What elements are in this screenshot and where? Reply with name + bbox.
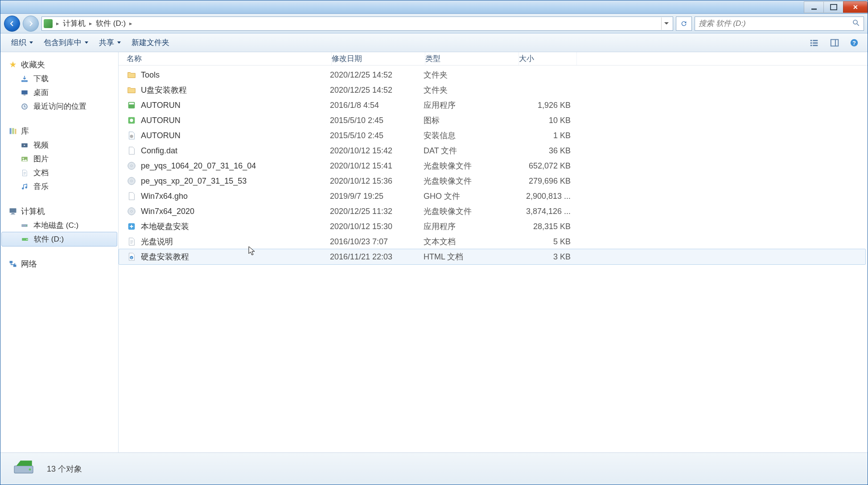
- sidebar-item-recent[interactable]: 最近访问的位置: [0, 99, 118, 113]
- refresh-button[interactable]: [676, 16, 692, 31]
- status-bar: 13 个对象: [0, 452, 868, 485]
- file-date: 2020/10/12 15:30: [330, 222, 424, 231]
- computer-header[interactable]: 计算机: [0, 204, 118, 218]
- maximize-button[interactable]: [823, 1, 843, 13]
- favorites-group: 收藏夹 下载 桌面 最近访问的位置: [0, 58, 118, 113]
- favorites-label: 收藏夹: [21, 59, 45, 70]
- svg-rect-25: [11, 214, 15, 215]
- new-folder-button[interactable]: 新建文件夹: [126, 36, 175, 49]
- sidebar-item-videos[interactable]: 视频: [0, 138, 118, 152]
- libraries-group: 库 视频 图片 文档 音乐: [0, 124, 118, 193]
- address-dropdown-toggle[interactable]: [661, 17, 671, 30]
- desktop-icon: [20, 88, 29, 97]
- share-label: 共享: [99, 37, 114, 48]
- svg-point-29: [26, 238, 27, 239]
- svg-point-42: [131, 210, 132, 212]
- favorites-header[interactable]: 收藏夹: [0, 58, 118, 72]
- breadcrumb-drive[interactable]: 软件 (D:): [94, 17, 128, 29]
- recent-icon: [20, 102, 29, 111]
- explorer-window: ▸ 计算机 ▸ 软件 (D:) ▸ 组织 包含到库中 共享 新建文件夹: [0, 0, 868, 485]
- network-group: 网络: [0, 257, 118, 271]
- sidebar-item-label: 桌面: [33, 87, 49, 98]
- window-controls: [804, 1, 868, 13]
- file-row[interactable]: Win7x64.gho2019/9/7 19:25GHO 文件2,900,813…: [119, 189, 868, 204]
- file-date: 2020/10/12 15:42: [330, 146, 424, 156]
- file-size: 1,926 KB: [517, 101, 575, 110]
- computer-group: 计算机 本地磁盘 (C:) 软件 (D:): [0, 204, 118, 247]
- sidebar-item-label: 软件 (D:): [34, 234, 64, 244]
- txt-icon: [127, 237, 136, 247]
- svg-text:e: e: [131, 256, 132, 259]
- file-row[interactable]: 光盘说明2016/10/23 7:07文本文档5 KB: [119, 234, 868, 249]
- sidebar-item-drive-c[interactable]: 本地磁盘 (C:): [0, 218, 118, 232]
- sidebar-item-downloads[interactable]: 下载: [0, 72, 118, 86]
- include-menu[interactable]: 包含到库中: [38, 36, 94, 49]
- libraries-header[interactable]: 库: [0, 124, 118, 138]
- svg-rect-4: [810, 42, 812, 44]
- sidebar-item-documents[interactable]: 文档: [0, 166, 118, 180]
- file-row[interactable]: 本地硬盘安装2020/10/12 15:30应用程序28,315 KB: [119, 219, 868, 234]
- sidebar-item-label: 文档: [33, 168, 49, 178]
- file-row[interactable]: Tools2020/12/25 14:52文件夹: [119, 67, 868, 82]
- file-date: 2015/5/10 2:45: [330, 116, 424, 125]
- minimize-button[interactable]: [804, 1, 824, 13]
- gho-icon: [127, 191, 136, 201]
- file-row[interactable]: pe_yqs_xp_20_07_31_15_532020/10/12 15:36…: [119, 173, 868, 189]
- sidebar-item-label: 图片: [33, 154, 49, 164]
- help-button[interactable]: ?: [846, 37, 862, 49]
- breadcrumb-computer[interactable]: 计算机: [61, 17, 87, 29]
- iso-icon: [127, 161, 136, 171]
- include-label: 包含到库中: [44, 37, 82, 48]
- file-row[interactable]: Config.dat2020/10/12 15:42DAT 文件36 KB: [119, 143, 868, 158]
- search-icon[interactable]: [852, 19, 860, 29]
- sidebar-item-desktop[interactable]: 桌面: [0, 86, 118, 99]
- svg-line-1: [857, 24, 859, 26]
- organize-menu[interactable]: 组织: [6, 36, 38, 49]
- music-icon: [20, 182, 29, 191]
- navigation-bar: ▸ 计算机 ▸ 软件 (D:) ▸: [0, 14, 868, 33]
- computer-label: 计算机: [21, 206, 45, 217]
- svg-text:?: ?: [852, 39, 856, 46]
- file-list[interactable]: Tools2020/12/25 14:52文件夹U盘安装教程2020/12/25…: [119, 66, 868, 452]
- svg-rect-3: [813, 40, 818, 41]
- file-size: 10 KB: [517, 116, 575, 125]
- column-label: 类型: [425, 53, 440, 64]
- file-row[interactable]: e硬盘安装教程2016/11/21 22:03HTML 文档3 KB: [119, 249, 866, 265]
- file-row[interactable]: AUTORUN2016/1/8 4:54应用程序1,926 KB: [119, 98, 868, 113]
- network-header[interactable]: 网络: [0, 257, 118, 271]
- search-input[interactable]: [699, 19, 852, 28]
- file-row[interactable]: U盘安装教程2020/12/25 14:52文件夹: [119, 82, 868, 98]
- navigation-pane[interactable]: 收藏夹 下载 桌面 最近访问的位置 库 视频 图片 文档 音乐 计算机: [0, 52, 119, 452]
- folder-icon: [127, 70, 136, 80]
- help-icon: ?: [849, 38, 859, 48]
- file-row[interactable]: Win7x64_20202020/12/25 11:32光盘映像文件3,874,…: [119, 204, 868, 219]
- file-row[interactable]: pe_yqs_1064_20_07_31_16_042020/10/12 15:…: [119, 158, 868, 173]
- column-header-type[interactable]: 类型: [425, 52, 519, 65]
- close-button[interactable]: [843, 1, 868, 13]
- preview-pane-button[interactable]: [827, 37, 843, 49]
- ico-icon: [127, 115, 136, 125]
- titlebar[interactable]: [0, 0, 868, 14]
- sidebar-item-pictures[interactable]: 图片: [0, 152, 118, 166]
- svg-rect-2: [810, 40, 812, 41]
- file-list-pane: 名称 修改日期 类型 大小 Tools2020/12/25 14:52文件夹U盘…: [119, 52, 868, 452]
- refresh-icon: [680, 20, 687, 27]
- sidebar-item-drive-d[interactable]: 软件 (D:): [1, 232, 117, 247]
- back-button[interactable]: [4, 16, 20, 32]
- forward-button[interactable]: [23, 16, 39, 32]
- file-type: 应用程序: [424, 221, 517, 232]
- address-bar[interactable]: ▸ 计算机 ▸ 软件 (D:) ▸: [41, 16, 673, 31]
- file-row[interactable]: AUTORUN2015/5/10 2:45图标10 KB: [119, 113, 868, 128]
- column-header-date[interactable]: 修改日期: [332, 52, 425, 65]
- share-menu[interactable]: 共享: [94, 36, 126, 49]
- sidebar-item-music[interactable]: 音乐: [0, 180, 118, 193]
- file-size: 2,900,813 ...: [517, 192, 575, 201]
- search-box[interactable]: [695, 16, 864, 31]
- view-options-button[interactable]: [807, 37, 823, 49]
- file-type: DAT 文件: [424, 145, 517, 156]
- svg-rect-8: [831, 39, 839, 46]
- file-date: 2020/12/25 14:52: [330, 70, 424, 80]
- column-header-size[interactable]: 大小: [519, 52, 577, 65]
- column-header-name[interactable]: 名称: [127, 52, 332, 65]
- file-row[interactable]: AUTORUN2015/5/10 2:45安装信息1 KB: [119, 128, 868, 143]
